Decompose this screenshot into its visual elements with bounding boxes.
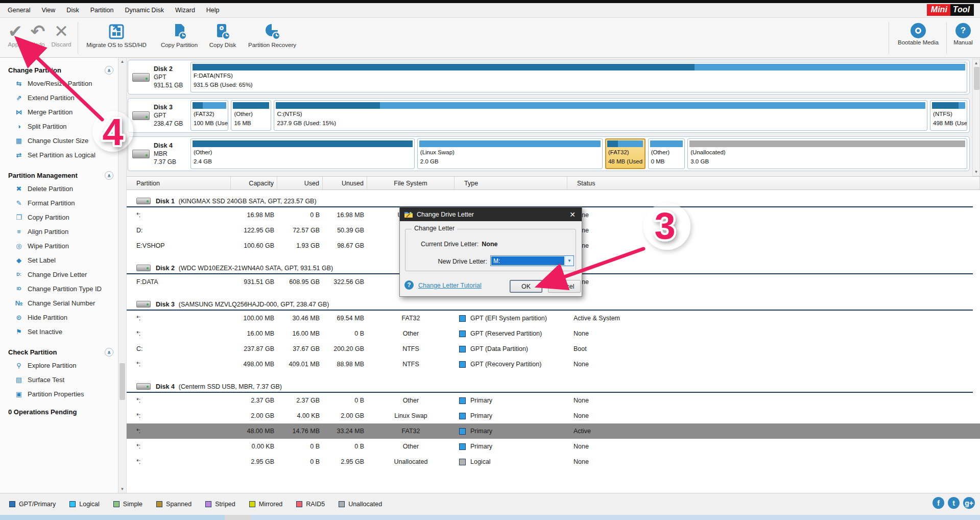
scroll-down-icon[interactable]: ▼ xyxy=(118,487,126,491)
sidebar-item-align-partition[interactable]: ≡Align Partition xyxy=(0,224,118,239)
sidebar-item-merge-partition[interactable]: ⋈Merge Partition xyxy=(0,105,118,119)
disk-info-lines: Disk 2GPT931.51 GB xyxy=(154,65,183,89)
column-header-file-system[interactable]: File System xyxy=(367,177,455,190)
legend-bar: GPT/PrimaryLogicalSimpleSpannedStripedMi… xyxy=(0,493,980,515)
type-label: GPT (Data Partition) xyxy=(470,345,528,352)
vertical-scrollbar-diskmap[interactable]: ▲ ▼ xyxy=(972,59,980,176)
disk-map-partition[interactable]: (Linux Swap)2.0 GB xyxy=(417,138,603,169)
sidebar-item-set-partition-as-logical[interactable]: ⇄Set Partition as Logical xyxy=(0,148,118,162)
sidebar-item-delete-partition[interactable]: ✖Delete Partition xyxy=(0,181,118,196)
ok-button[interactable]: OK xyxy=(510,280,542,293)
chevron-down-icon[interactable]: ▼ xyxy=(565,256,573,266)
help-icon[interactable]: ? xyxy=(404,280,414,290)
scrollbar-thumb[interactable] xyxy=(974,67,979,90)
disk-map-partition[interactable]: (Other)16 MB xyxy=(231,100,271,131)
table-row[interactable]: *:2.00 GB4.00 KB2.00 GBLinux SwapPrimary… xyxy=(127,408,980,423)
close-icon: ✕ xyxy=(49,21,74,41)
table-row[interactable]: *:0.00 KB0 B0 BOtherPrimaryNone xyxy=(127,439,980,454)
menu-item-wizard[interactable]: Wizard xyxy=(170,5,201,16)
table-row[interactable]: *:48.00 MB14.76 MB33.24 MBFAT32PrimaryAc… xyxy=(127,423,980,439)
column-header-type[interactable]: Type xyxy=(455,177,567,190)
column-header-used[interactable]: Used xyxy=(277,177,323,190)
undo-button[interactable]: ↶Undo xyxy=(27,21,49,48)
disk-scheme: GPT xyxy=(154,111,183,120)
table-row[interactable]: *:2.95 GB0 B2.95 GBUnallocatedLogicalNon… xyxy=(127,454,980,469)
table-row[interactable]: *:2.37 GB2.37 GB0 BOtherPrimaryNone xyxy=(127,393,980,408)
menu-item-dynamic-disk[interactable]: Dynamic Disk xyxy=(119,5,170,16)
dropdown-selected-value: M: xyxy=(491,256,564,265)
table-row[interactable]: *:100.00 MB30.46 MB69.54 MBFAT32GPT (EFI… xyxy=(127,311,980,326)
column-header-status[interactable]: Status xyxy=(567,177,980,190)
sidebar-item-set-label[interactable]: ◆Set Label xyxy=(0,253,118,267)
copy-partition-button[interactable]: Copy Partition xyxy=(156,21,203,48)
change-letter-tutorial-link[interactable]: Change Letter Tutorial xyxy=(418,282,482,289)
dialog-title-bar[interactable]: Change Drive Letter ✕ xyxy=(400,207,582,221)
column-header-capacity[interactable]: Capacity xyxy=(231,177,277,190)
copy-disk-button[interactable]: Copy Disk xyxy=(206,21,239,48)
apply-button[interactable]: ✔Apply xyxy=(4,21,27,48)
sidebar-item-change-drive-letter[interactable]: D:Change Drive Letter xyxy=(0,267,118,281)
cell-status: None xyxy=(567,211,980,219)
disk-map-partition[interactable]: F:DATA(NTFS)931.5 GB (Used: 65%) xyxy=(190,62,967,92)
chevron-up-icon[interactable]: ∧ xyxy=(105,348,113,357)
disk-map-partition[interactable]: (Unallocated)3.0 GB xyxy=(687,138,967,169)
drive-letter-dropdown[interactable]: M: ▼ xyxy=(490,255,574,266)
scrollbar-thumb[interactable] xyxy=(119,363,125,400)
table-row[interactable]: *:498.00 MB409.01 MB88.98 MBNTFSGPT (Rec… xyxy=(127,357,980,372)
cell-status: None xyxy=(567,278,980,286)
chevron-up-icon[interactable]: ∧ xyxy=(105,171,113,180)
sidebar-item-change-partition-type-id[interactable]: IDChange Partition Type ID xyxy=(0,281,118,296)
disk-map-partition[interactable]: (Other)0 MB xyxy=(648,138,685,169)
chevron-up-icon[interactable]: ∧ xyxy=(105,66,113,75)
menu-item-help[interactable]: Help xyxy=(201,5,225,16)
scroll-up-icon[interactable]: ▲ xyxy=(118,59,126,64)
scroll-up-icon[interactable]: ▲ xyxy=(973,61,979,65)
disk-map-partition[interactable]: (Other)2.4 GB xyxy=(190,138,415,169)
column-header-partition[interactable]: Partition xyxy=(127,177,231,190)
sidebar-item-format-partition[interactable]: ✎Format Partition xyxy=(0,196,118,210)
cell-partition: E:VSHOP xyxy=(127,242,231,249)
disk-map-partition[interactable]: (FAT32)100 MB (Use xyxy=(190,100,228,131)
sidebar-item-change-serial-number[interactable]: №Change Serial Number xyxy=(0,296,118,310)
column-header-unused[interactable]: Unused xyxy=(323,177,367,190)
sidebar-item-wipe-partition[interactable]: ◎Wipe Partition xyxy=(0,239,118,253)
menu-item-disk[interactable]: Disk xyxy=(61,5,84,16)
sidebar-item-surface-test[interactable]: ▤Surface Test xyxy=(0,372,118,387)
sidebar-item-split-partition[interactable]: ◑Split Partition xyxy=(0,119,118,133)
disk-map-partition[interactable]: (FAT32)48 MB (Used xyxy=(605,138,646,169)
cancel-button[interactable]: Cancel xyxy=(548,280,581,293)
disk-group-info: (KINGMAX SSD 240GB SATA, GPT, 223.57 GB) xyxy=(179,198,317,205)
bootable-media-button[interactable]: Bootable Media xyxy=(893,21,944,45)
disk-group-header[interactable]: Disk 4(Centerm SSD USB, MBR, 7.37 GB) xyxy=(127,375,973,393)
sidebar-item-extend-partition[interactable]: ⇗Extend Partition xyxy=(0,90,118,105)
disk-map-partition[interactable]: C:(NTFS)237.9 GB (Used: 15%) xyxy=(274,100,927,131)
google-plus-icon[interactable]: g+ xyxy=(963,497,975,509)
partition-list-header: PartitionCapacityUsedUnusedFile SystemTy… xyxy=(127,177,980,190)
partition-type-square-icon xyxy=(459,413,466,419)
partition-type-square-icon xyxy=(459,330,466,337)
migrate-os-button[interactable]: Migrate OS to SSD/HD xyxy=(81,21,152,48)
table-row[interactable]: C:237.87 GB37.67 GB200.20 GBNTFSGPT (Dat… xyxy=(127,341,980,357)
disk-group-header[interactable]: Disk 1(KINGMAX SSD 240GB SATA, GPT, 223.… xyxy=(127,190,973,207)
dialog-close-icon[interactable]: ✕ xyxy=(567,210,578,219)
menu-item-partition[interactable]: Partition xyxy=(85,5,119,16)
manual-button[interactable]: ? Manual xyxy=(949,21,977,45)
sidebar-item-explore-partition[interactable]: ⚲Explore Partition xyxy=(0,358,118,372)
sidebar-item-partition-properties[interactable]: ▣Partition Properties xyxy=(0,387,118,401)
discard-button[interactable]: ✕Discard xyxy=(49,21,74,48)
partition-recovery-button[interactable]: Partition Recovery xyxy=(244,21,300,48)
twitter-icon[interactable]: t xyxy=(948,497,960,509)
menu-item-general[interactable]: General xyxy=(2,5,36,16)
disk-map-partition[interactable]: (NTFS)498 MB (Use xyxy=(930,100,967,131)
sidebar-item-hide-partition[interactable]: ⊙Hide Partition xyxy=(0,310,118,324)
facebook-icon[interactable]: f xyxy=(933,497,944,509)
scroll-down-icon[interactable]: ▼ xyxy=(973,170,979,174)
table-row[interactable]: *:16.00 MB16.00 MB0 BOtherGPT (Reserved … xyxy=(127,326,980,341)
cell-capacity: 2.37 GB xyxy=(231,397,277,404)
menu-item-view[interactable]: View xyxy=(36,5,61,16)
sidebar-item-change-cluster-size[interactable]: ▦Change Cluster Size xyxy=(0,133,118,148)
sidebar-item-copy-partition[interactable]: ❐Copy Partition xyxy=(0,210,118,224)
sidebar-item-move-resize-partition[interactable]: ⇆Move/Resize Partition xyxy=(0,76,118,90)
sidebar-item-set-inactive[interactable]: ⚑Set Inactive xyxy=(0,324,118,339)
vertical-scrollbar-left[interactable]: ▲ ▼ xyxy=(118,58,127,493)
